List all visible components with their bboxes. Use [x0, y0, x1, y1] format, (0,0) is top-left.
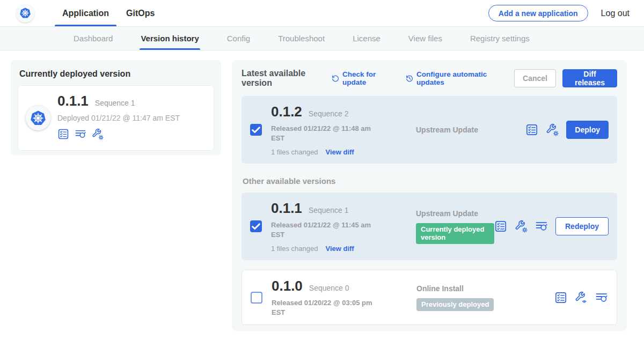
tab-gitops-label: GitOps: [126, 9, 155, 18]
release-notes-icon[interactable]: [57, 128, 69, 140]
tab-view-files-label: View files: [408, 34, 442, 43]
deployed-version-number: 0.1.1: [57, 93, 89, 109]
view-config-icon[interactable]: [575, 291, 588, 304]
source-label: Online Install: [416, 284, 554, 293]
version-actions: Redeploy: [494, 217, 609, 235]
version-sequence: Sequence 2: [309, 109, 349, 118]
release-notes-icon[interactable]: [525, 123, 538, 136]
deployed-timestamp: Deployed 01/21/22 @ 11:47 am EST: [57, 114, 180, 122]
available-header: Latest available version Check for updat…: [241, 69, 617, 88]
version-info: 0.1.0 Sequence 0 Released 01/20/22 @ 03:…: [272, 278, 384, 317]
version-actions: [554, 291, 608, 304]
version-source: Online Install Previously deployed: [384, 284, 554, 311]
version-number: 0.1.2: [271, 104, 302, 120]
version-sequence: Sequence 0: [309, 284, 349, 292]
config-wrench-icon[interactable]: [92, 128, 104, 140]
version-actions: Deploy: [525, 121, 609, 139]
check-for-update-link[interactable]: Check for update: [332, 70, 392, 86]
version-row-0-1-2: 0.1.2 Sequence 2 Released 01/21/22 @ 11:…: [241, 96, 617, 164]
tab-view-files[interactable]: View files: [408, 27, 442, 50]
tab-troubleshoot-label: Troubleshoot: [278, 34, 325, 43]
tab-gitops[interactable]: GitOps: [118, 0, 163, 26]
configure-updates-link[interactable]: Configure automatic updates: [406, 70, 500, 86]
files-changed: 1 files changed: [271, 148, 318, 156]
kubernetes-app-icon: [26, 106, 50, 130]
released-timestamp: Released 01/21/22 @ 11:45 am EST: [271, 220, 373, 239]
config-wrench-icon[interactable]: [546, 123, 559, 136]
other-versions-title: Other available versions: [243, 176, 617, 186]
tab-application[interactable]: Application: [54, 0, 118, 26]
tab-registry-settings-label: Registry settings: [470, 34, 530, 43]
released-timestamp: Released 01/21/22 @ 11:48 am EST: [271, 124, 373, 143]
tab-config[interactable]: Config: [227, 27, 250, 50]
currently-deployed-badge: Currently deployed version: [416, 223, 494, 244]
tab-application-label: Application: [62, 9, 109, 18]
version-checkbox[interactable]: [250, 124, 262, 136]
version-source: Upstream Update: [384, 125, 525, 134]
version-row-0-1-1: 0.1.1 Sequence 1 Released 01/21/22 @ 11:…: [241, 193, 617, 260]
release-notes-icon[interactable]: [494, 220, 507, 233]
tab-license-label: License: [353, 34, 380, 43]
version-checkbox[interactable]: [251, 292, 262, 304]
deployed-version-sequence: Sequence 1: [95, 99, 135, 107]
tab-registry-settings[interactable]: Registry settings: [470, 27, 530, 50]
config-wrench-icon[interactable]: [515, 220, 528, 233]
clock-refresh-icon: [406, 74, 413, 83]
available-title: Latest available version: [241, 69, 323, 88]
topnav-right: Add a new application Log out: [488, 0, 644, 26]
released-timestamp: Released 01/20/22 @ 03:05 pm EST: [272, 298, 374, 317]
section-nav: Dashboard Version history Config Trouble…: [0, 27, 644, 50]
files-changed: 1 files changed: [271, 245, 318, 253]
add-application-button[interactable]: Add a new application: [488, 5, 588, 21]
release-notes-icon[interactable]: [554, 291, 567, 304]
view-diff-link[interactable]: View diff: [325, 148, 354, 156]
refresh-icon: [332, 74, 339, 83]
deploy-logs-icon[interactable]: [595, 291, 608, 304]
deployed-version-details: 0.1.1 Sequence 1 Deployed 01/21/22 @ 11:…: [57, 93, 180, 143]
version-info: 0.1.2 Sequence 2 Released 01/21/22 @ 11:…: [271, 104, 384, 156]
kubernetes-logo: [16, 4, 34, 23]
source-label: Upstream Update: [416, 209, 494, 218]
previously-deployed-badge: Previously deployed: [416, 298, 494, 311]
source-label: Upstream Update: [416, 125, 525, 134]
version-row-0-1-0: 0.1.0 Sequence 0 Released 01/20/22 @ 03:…: [241, 270, 617, 325]
checkmark-icon: [250, 124, 262, 136]
tab-dashboard[interactable]: Dashboard: [74, 27, 113, 50]
view-diff-link[interactable]: View diff: [325, 245, 354, 253]
version-checkbox[interactable]: [250, 220, 262, 232]
version-number: 0.1.0: [272, 278, 303, 294]
redeploy-button[interactable]: Redeploy: [555, 217, 609, 235]
version-number: 0.1.1: [271, 200, 302, 217]
version-sequence: Sequence 1: [309, 206, 349, 215]
version-source: Upstream Update Currently deployed versi…: [384, 209, 494, 244]
tab-version-history[interactable]: Version history: [141, 27, 199, 50]
app-tabs: Application GitOps: [54, 0, 163, 26]
deploy-logs-icon[interactable]: [535, 220, 548, 233]
deployed-version-card: 0.1.1 Sequence 1 Deployed 01/21/22 @ 11:…: [18, 85, 214, 151]
diff-releases-button[interactable]: Diff releases: [562, 69, 617, 87]
tab-version-history-label: Version history: [141, 34, 199, 43]
deploy-logs-icon[interactable]: [75, 128, 86, 140]
tab-license[interactable]: License: [353, 27, 380, 50]
configure-updates-label: Configure automatic updates: [416, 70, 500, 86]
top-nav: Application GitOps Add a new application…: [0, 0, 644, 27]
currently-deployed-panel: Currently deployed version 0.1.1 Sequenc…: [11, 60, 221, 156]
cancel-button[interactable]: Cancel: [514, 69, 556, 87]
tab-troubleshoot[interactable]: Troubleshoot: [278, 27, 325, 50]
version-info: 0.1.1 Sequence 1 Released 01/21/22 @ 11:…: [271, 200, 384, 253]
deploy-button[interactable]: Deploy: [566, 121, 609, 139]
tab-dashboard-label: Dashboard: [74, 34, 113, 43]
deployed-panel-title: Currently deployed version: [19, 69, 214, 79]
check-for-update-label: Check for update: [342, 70, 392, 86]
tab-config-label: Config: [227, 34, 250, 43]
checkmark-icon: [250, 220, 262, 232]
available-versions-panel: Latest available version Check for updat…: [232, 60, 627, 331]
logout-link[interactable]: Log out: [601, 9, 630, 18]
